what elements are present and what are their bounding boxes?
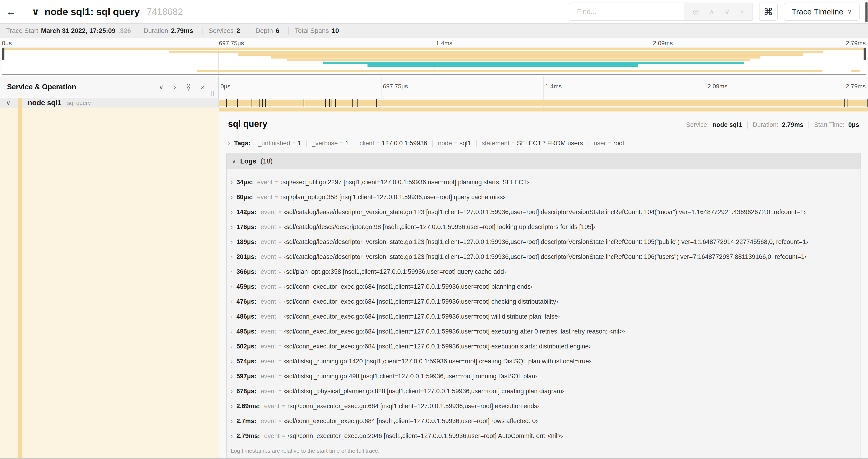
tag-value: 1: [298, 140, 301, 147]
equals-sign: =: [282, 433, 285, 439]
find-clear-icon[interactable]: ×: [740, 8, 744, 15]
chevron-right-icon: ›: [231, 224, 232, 230]
log-row[interactable]: › 574μs: event = ‹sql/distsql_running.go…: [231, 354, 858, 369]
span-color-strip: [18, 107, 22, 459]
view-selector-button[interactable]: Trace Timeline ∨: [784, 3, 860, 21]
minimap-span-bar: [287, 59, 750, 61]
duration-label: Duration:: [753, 121, 778, 129]
ruler-gridline: [544, 76, 544, 98]
log-field-value: ‹sql/conn_executor_exec.go:684 [nsql1,cl…: [284, 298, 558, 305]
meta-value: March 31 2022, 17:25:09: [41, 27, 115, 35]
minimap-left-drag-handle[interactable]: [2, 48, 4, 60]
back-arrow-icon: ←: [6, 5, 16, 18]
log-row[interactable]: › 2.69ms: event = ‹sql/conn_executor_exe…: [231, 399, 858, 414]
equals-sign: =: [278, 239, 282, 245]
trace-collapse-chevron-icon[interactable]: ∨: [32, 6, 39, 17]
equals-sign: =: [278, 254, 282, 260]
find-next-icon[interactable]: ∨: [724, 8, 730, 16]
minimap-tick-label: 697.75μs: [219, 40, 244, 47]
log-row[interactable]: › 142μs: event = ‹sql/catalog/lease/desc…: [231, 204, 858, 220]
chevron-right-icon: ›: [231, 254, 232, 260]
ruler-gridline: [381, 76, 381, 98]
log-row[interactable]: › 459μs: event = ‹sql/conn_executor_exec…: [231, 279, 858, 294]
log-row[interactable]: › 176μs: event = ‹sql/catalog/descs/desc…: [231, 220, 858, 234]
log-row[interactable]: › 80μs: event = ‹sql/plan_opt.go:358 [ns…: [231, 190, 858, 204]
top-bar: ← ∨ node sql1: sql query 7418682 ◎ ∧ ∨ ×…: [0, 0, 868, 23]
logs-footer-note: Log timestamps are relative to the start…: [226, 445, 861, 458]
log-timestamp: 189μs:: [236, 238, 256, 245]
tags-list: _unfinished = 1 _verbose = 1: [253, 140, 629, 147]
find-controls: ◎ ∧ ∨ ×: [684, 3, 752, 20]
equals-sign: =: [512, 140, 515, 147]
log-row[interactable]: › 201μs: event = ‹sql/catalog/lease/desc…: [231, 249, 858, 264]
expand-all-icon[interactable]: »: [201, 83, 205, 91]
log-field-value: ‹sql/conn_executor_exec.go:684 [nsql1,cl…: [284, 283, 533, 290]
ruler-tick-label: 697.75μs: [383, 83, 408, 90]
log-row[interactable]: › 2.7ms: event = ‹sql/conn_executor_exec…: [231, 414, 858, 428]
collapse-one-icon[interactable]: ∨: [159, 83, 164, 91]
expand-one-icon[interactable]: ›: [174, 83, 176, 91]
column-resize-grip[interactable]: ||: [211, 90, 215, 96]
span-row-name-cell[interactable]: ∨ node sql1 sql query: [0, 98, 219, 107]
locate-icon[interactable]: ◎: [693, 8, 699, 16]
find-input[interactable]: [569, 3, 684, 20]
log-row[interactable]: › 486μs: event = ‹sql/conn_executor_exec…: [231, 309, 858, 324]
equals-sign: =: [376, 140, 380, 147]
log-row[interactable]: › 34μs: event = ‹sql/exec_util.go:2297 […: [231, 175, 858, 190]
minimap-canvas[interactable]: [2, 47, 866, 75]
vertical-scrollbar[interactable]: [865, 0, 868, 459]
meta-value: 2.79ms: [171, 27, 193, 35]
back-button[interactable]: ←: [0, 0, 22, 23]
log-row[interactable]: › 678μs: event = ‹sql/distsql_physical_p…: [231, 384, 858, 399]
span-log-tick: [329, 99, 330, 107]
scrollbar-thumb[interactable]: [865, 2, 868, 22]
log-row[interactable]: › 2.79ms: event = ‹sql/conn_executor_exe…: [231, 428, 858, 444]
ruler-tick-label: 2.79ms: [846, 83, 866, 90]
tag-item: client = 127.0.0.1:59936: [354, 140, 432, 147]
meta-value: 6: [276, 27, 280, 35]
tag-key: _verbose: [312, 140, 338, 147]
tag-item: _unfinished = 1: [253, 140, 306, 147]
log-field-key: event: [260, 238, 276, 245]
trace-title-wrap: ∨ node sql1: sql query 7418682: [32, 6, 183, 18]
logs-section: ∨ Logs (18) › 34μs: event = ‹sql/ex: [226, 154, 861, 458]
log-row[interactable]: › 189μs: event = ‹sql/catalog/lease/desc…: [231, 234, 858, 249]
trace-meta-item: Depth 6: [249, 27, 288, 35]
span-row-timeline-cell[interactable]: [219, 98, 868, 107]
chevron-right-icon: ›: [231, 358, 232, 365]
minimap-span-bar: [238, 54, 803, 56]
timeline-ruler: 0μs 697.75μs 1.4ms 2.09ms 2.79ms: [219, 76, 868, 98]
span-collapse-chevron-icon[interactable]: ∨: [6, 99, 10, 107]
span-log-tick: [847, 99, 847, 107]
log-row[interactable]: › 597μs: event = ‹sql/distsql_running.go…: [231, 369, 858, 384]
minimap-tick-label: 1.4ms: [436, 40, 453, 47]
log-field-key: event: [257, 179, 273, 186]
collapse-all-icon[interactable]: ∨ ∨: [186, 84, 191, 90]
log-timestamp: 142μs:: [236, 208, 256, 216]
equals-sign: =: [278, 298, 282, 305]
log-field-key: event: [260, 208, 276, 216]
keyboard-shortcuts-button[interactable]: ⌘: [759, 3, 778, 21]
tag-item: node = sql1: [432, 140, 476, 147]
log-row[interactable]: › 502μs: event = ‹sql/conn_executor_exec…: [231, 339, 858, 354]
span-duration-bar[interactable]: [219, 100, 868, 106]
log-row[interactable]: › 495μs: event = ‹sql/conn_executor_exec…: [231, 324, 858, 339]
log-row[interactable]: › 476μs: event = ‹sql/conn_executor_exec…: [231, 294, 858, 309]
tags-row[interactable]: › Tags: _unfinished = 1 _verbose: [226, 134, 861, 152]
chevron-right-icon: ›: [231, 388, 232, 395]
tag-key: user: [594, 140, 606, 147]
chevron-right-icon: ›: [231, 239, 232, 245]
span-row[interactable]: ∨ node sql1 sql query: [0, 98, 868, 107]
minimap-span-bar: [169, 51, 824, 53]
tag-value: root: [614, 140, 624, 147]
logs-header[interactable]: ∨ Logs (18): [226, 154, 861, 169]
chevron-right-icon: ›: [231, 418, 232, 424]
equals-sign: =: [292, 140, 296, 147]
find-prev-icon[interactable]: ∧: [709, 8, 714, 16]
chevron-down-icon: ∨: [232, 158, 236, 165]
log-timestamp: 459μs:: [236, 283, 256, 290]
log-row[interactable]: › 366μs: event = ‹sql/plan_opt.go:358 [n…: [231, 264, 858, 279]
span-service-name: node sql1: [28, 99, 62, 107]
collapse-controls: ∨ › ∨ ∨ »: [159, 83, 218, 91]
start-time-value: 0μs: [848, 121, 859, 129]
